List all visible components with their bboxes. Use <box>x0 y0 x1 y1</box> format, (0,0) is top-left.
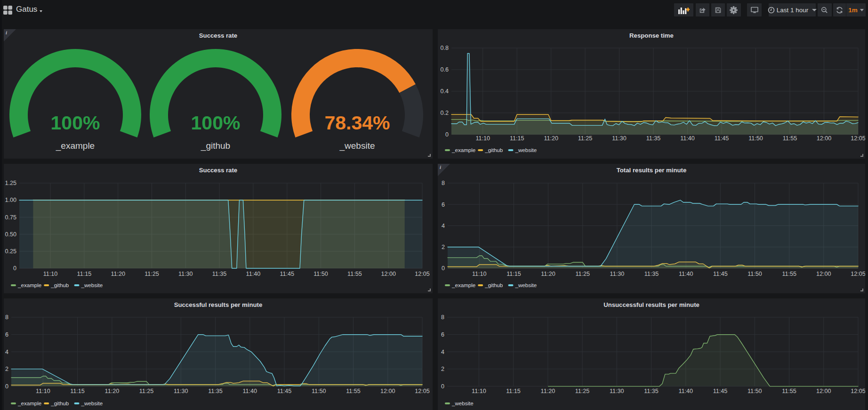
svg-text:78.34%: 78.34% <box>324 112 390 134</box>
svg-text:0: 0 <box>445 131 449 138</box>
svg-text:_example: _example <box>17 282 41 288</box>
svg-text:11:30: 11:30 <box>174 388 188 394</box>
svg-text:0.6: 0.6 <box>440 66 449 73</box>
svg-text:11:40: 11:40 <box>680 135 695 142</box>
svg-text:11:15: 11:15 <box>77 271 92 277</box>
svg-text:11:55: 11:55 <box>783 135 797 142</box>
svg-text:_example: _example <box>451 147 475 153</box>
svg-text:11:45: 11:45 <box>280 271 295 277</box>
svg-text:12:00: 12:00 <box>816 271 831 277</box>
svg-text:12:05: 12:05 <box>415 388 430 394</box>
svg-text:8: 8 <box>441 314 444 321</box>
svg-text:2: 2 <box>442 244 445 250</box>
svg-text:11:10: 11:10 <box>43 271 58 277</box>
svg-text:_github: _github <box>201 141 230 151</box>
svg-text:11:15: 11:15 <box>510 135 524 142</box>
svg-text:11:10: 11:10 <box>472 388 486 394</box>
svg-text:2: 2 <box>441 366 444 372</box>
svg-text:_website: _website <box>515 147 537 153</box>
svg-text:11:50: 11:50 <box>313 271 328 277</box>
svg-text:11:10: 11:10 <box>36 388 50 394</box>
svg-text:11:20: 11:20 <box>105 388 120 394</box>
svg-text:11:40: 11:40 <box>243 388 257 394</box>
svg-text:_website: _website <box>81 282 103 288</box>
svg-text:_example: _example <box>56 141 95 151</box>
svg-text:11:55: 11:55 <box>347 271 362 277</box>
svg-text:11:15: 11:15 <box>506 388 521 394</box>
svg-text:_example: _example <box>17 400 41 406</box>
svg-text:11:45: 11:45 <box>277 388 292 394</box>
svg-text:6: 6 <box>5 331 8 338</box>
svg-text:_github: _github <box>50 282 69 288</box>
svg-text:_github: _github <box>484 282 503 288</box>
svg-text:11:15: 11:15 <box>506 271 521 277</box>
svg-text:11:25: 11:25 <box>576 271 590 277</box>
svg-text:4: 4 <box>5 349 8 355</box>
svg-text:0.8: 0.8 <box>440 45 449 51</box>
svg-text:12:00: 12:00 <box>816 388 831 394</box>
svg-text:12:05: 12:05 <box>415 271 430 277</box>
svg-text:4: 4 <box>442 223 445 229</box>
svg-text:1.00: 1.00 <box>5 197 16 203</box>
svg-text:11:15: 11:15 <box>70 388 85 394</box>
svg-text:0: 0 <box>5 383 8 390</box>
svg-text:100%: 100% <box>51 112 100 134</box>
svg-text:11:25: 11:25 <box>145 271 159 277</box>
svg-text:0: 0 <box>441 383 444 390</box>
svg-text:11:25: 11:25 <box>139 388 154 394</box>
svg-text:11:30: 11:30 <box>610 271 625 277</box>
svg-text:6: 6 <box>442 201 445 208</box>
svg-text:11:20: 11:20 <box>111 271 125 277</box>
svg-text:8: 8 <box>5 314 8 321</box>
svg-text:11:40: 11:40 <box>246 271 261 277</box>
svg-text:8: 8 <box>442 180 445 186</box>
svg-text:_example: _example <box>451 282 475 288</box>
svg-text:4: 4 <box>441 349 444 355</box>
svg-text:11:20: 11:20 <box>544 135 558 142</box>
svg-text:11:55: 11:55 <box>782 388 796 394</box>
svg-text:_website: _website <box>515 282 537 288</box>
svg-text:11:50: 11:50 <box>748 135 763 142</box>
svg-text:11:35: 11:35 <box>208 388 223 394</box>
svg-text:_website: _website <box>81 400 103 406</box>
svg-text:1.25: 1.25 <box>5 180 16 186</box>
svg-text:11:50: 11:50 <box>747 271 762 277</box>
svg-text:_website: _website <box>451 400 474 406</box>
svg-text:0: 0 <box>13 265 16 272</box>
svg-text:0.4: 0.4 <box>440 88 449 95</box>
svg-text:11:55: 11:55 <box>782 271 796 277</box>
svg-text:12:05: 12:05 <box>851 388 865 394</box>
svg-text:11:35: 11:35 <box>644 388 659 394</box>
svg-text:0.50: 0.50 <box>5 231 16 238</box>
svg-text:11:45: 11:45 <box>713 388 728 394</box>
svg-text:0.75: 0.75 <box>5 214 16 221</box>
svg-text:12:05: 12:05 <box>851 271 865 277</box>
svg-text:11:25: 11:25 <box>575 388 590 394</box>
svg-text:11:45: 11:45 <box>713 271 728 277</box>
svg-text:12:00: 12:00 <box>381 271 396 277</box>
svg-text:_github: _github <box>484 147 503 153</box>
svg-text:11:30: 11:30 <box>612 135 627 142</box>
svg-text:2: 2 <box>5 366 8 372</box>
svg-text:11:20: 11:20 <box>541 388 555 394</box>
svg-text:11:35: 11:35 <box>644 271 659 277</box>
svg-text:100%: 100% <box>191 112 241 134</box>
svg-text:_github: _github <box>50 400 69 406</box>
svg-text:11:10: 11:10 <box>472 271 487 277</box>
svg-text:11:30: 11:30 <box>178 271 193 277</box>
svg-text:11:50: 11:50 <box>747 388 762 394</box>
svg-text:11:25: 11:25 <box>578 135 593 142</box>
svg-text:11:10: 11:10 <box>475 135 490 142</box>
svg-text:12:05: 12:05 <box>851 135 865 142</box>
svg-text:11:40: 11:40 <box>679 271 693 277</box>
svg-text:11:35: 11:35 <box>646 135 661 142</box>
svg-text:11:40: 11:40 <box>679 388 693 394</box>
svg-text:0.25: 0.25 <box>5 248 16 255</box>
svg-text:12:00: 12:00 <box>817 135 832 142</box>
svg-text:0: 0 <box>442 265 445 272</box>
svg-text:11:45: 11:45 <box>715 135 729 142</box>
svg-text:6: 6 <box>441 331 444 338</box>
svg-text:0.2: 0.2 <box>440 110 449 116</box>
svg-text:11:35: 11:35 <box>212 271 227 277</box>
svg-text:11:50: 11:50 <box>312 388 326 394</box>
